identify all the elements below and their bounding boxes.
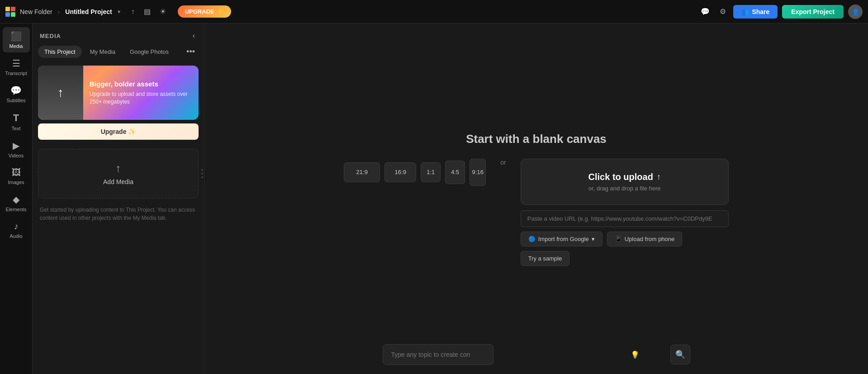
media-panel-title: MEDIA	[40, 33, 61, 39]
dot2	[201, 173, 203, 175]
sidebar-item-media-label: Media	[9, 43, 23, 49]
import-google-chevron-icon: ▾	[592, 236, 595, 242]
upload-arrow-icon: ↑	[57, 85, 64, 100]
upload-box[interactable]: Click to upload ↑ or, drag and drop a fi…	[521, 159, 729, 205]
audio-icon: ♪	[14, 221, 19, 232]
media-divider	[201, 169, 203, 178]
tab-this-project[interactable]: This Project	[38, 46, 82, 58]
sidebar-item-videos-label: Videos	[9, 153, 24, 158]
tab-my-media[interactable]: My Media	[84, 46, 122, 58]
phone-icon: 📱	[615, 236, 622, 242]
try-sample-label: Try a sample	[528, 255, 562, 262]
aspect-1-1-button[interactable]: 1:1	[421, 162, 441, 182]
dot3	[201, 176, 203, 178]
upload-section: Click to upload ↑ or, drag and drop a fi…	[521, 159, 729, 266]
sidebar-item-subtitles[interactable]: 💬 Subtitles	[3, 81, 30, 107]
upgrade-card-image: ↑	[38, 66, 83, 120]
ai-input-bar: 💡 🔍	[383, 344, 690, 365]
aspect-ratios: 21:9 16:9 1:1 4:5 9:16	[344, 159, 486, 186]
upload-phone-button[interactable]: 📱 Upload from phone	[607, 232, 683, 246]
logo-squares	[5, 7, 15, 17]
url-input-row	[521, 210, 729, 227]
upgrade-card: ↑ Bigger, bolder assets Upgrade to uploa…	[38, 66, 199, 120]
transcript-icon: ☰	[12, 58, 20, 69]
logo-sq-red	[11, 7, 15, 11]
tab-google-photos[interactable]: Google Photos	[123, 46, 175, 58]
comments-button[interactable]: ▤	[141, 5, 153, 19]
share-icon: 👥	[741, 8, 749, 15]
media-icon: ⬛	[10, 31, 22, 42]
sidebar-item-elements[interactable]: ◆ Elements	[3, 190, 30, 216]
upload-phone-label: Upload from phone	[625, 236, 675, 242]
upgrade-card-description: Upgrade to upload and store assets over …	[90, 90, 192, 106]
project-name[interactable]: Untitled Project	[65, 8, 112, 15]
subtitles-icon: 💬	[10, 85, 22, 96]
upload-title: Click to upload ↑	[536, 172, 714, 182]
logo	[5, 7, 15, 17]
search-button[interactable]: 🔍	[670, 345, 690, 365]
aspect-21-9-button[interactable]: 21:9	[344, 162, 380, 182]
sidebar-item-transcript[interactable]: ☰ Transcript	[3, 54, 30, 80]
logo-sq-yellow	[5, 7, 10, 11]
ai-input-wrapper: 💡	[383, 344, 666, 365]
media-help-text: Get started by uploading content to This…	[33, 202, 204, 226]
folder-name[interactable]: New Folder	[20, 8, 52, 15]
aspect-4-5-button[interactable]: 4:5	[445, 161, 465, 184]
blank-canvas-title: Start with a blank canvas	[466, 132, 607, 146]
main-layout: ⬛ Media ☰ Transcript 💬 Subtitles T Text …	[0, 24, 868, 374]
upgrade-icon: ⚡	[217, 8, 224, 15]
canvas-center: Start with a blank canvas 21:9 16:9 1:1 …	[333, 123, 740, 275]
upgrade-cta-button[interactable]: Upgrade ✨	[38, 123, 199, 140]
share-link-button[interactable]: ↑	[128, 5, 138, 19]
media-panel: MEDIA ‹ This Project My Media Google Pho…	[33, 24, 204, 374]
import-google-label: Import from Google	[538, 236, 589, 242]
add-media-box[interactable]: ↑ Add Media	[38, 149, 199, 199]
sidebar-item-transcript-label: Transcript	[5, 71, 27, 76]
upgrade-card-title: Bigger, bolder assets	[90, 80, 192, 88]
topbar-right: 💬 ⚙ 👥 Share Export Project 👤	[698, 5, 863, 19]
upload-subtitle: or, drag and drop a file here	[536, 185, 714, 192]
upgrade-button[interactable]: UPGRADE ⚡	[178, 5, 231, 18]
icon-sidebar: ⬛ Media ☰ Transcript 💬 Subtitles T Text …	[0, 24, 33, 374]
text-icon: T	[13, 112, 19, 124]
project-chevron-icon[interactable]: ▾	[118, 9, 120, 15]
export-button[interactable]: Export Project	[782, 5, 844, 19]
sidebar-item-videos[interactable]: ▶ Videos	[3, 137, 30, 162]
import-google-button[interactable]: 🔵 Import from Google ▾	[521, 232, 602, 246]
or-text: or	[500, 159, 506, 166]
aspect-16-9-button[interactable]: 16:9	[384, 162, 416, 182]
sidebar-item-images-label: Images	[8, 180, 24, 185]
sidebar-item-audio[interactable]: ♪ Audio	[3, 218, 30, 242]
sidebar-item-audio-label: Audio	[9, 233, 22, 239]
topbar: New Folder › Untitled Project ▾ ↑ ▤ ☀ UP…	[0, 0, 868, 24]
sidebar-item-media[interactable]: ⬛ Media	[3, 27, 30, 52]
brightness-button[interactable]: ☀	[157, 5, 169, 19]
sidebar-item-text[interactable]: T Text	[3, 109, 30, 135]
upload-text: Click to upload	[588, 172, 653, 182]
import-buttons: 🔵 Import from Google ▾ 📱 Upload from pho…	[521, 232, 729, 266]
ai-input[interactable]	[383, 344, 493, 365]
elements-icon: ◆	[13, 194, 19, 205]
upgrade-card-placeholder: ↑	[38, 66, 83, 120]
ai-lightbulb-icon-button[interactable]: 💡	[631, 350, 640, 359]
canvas-options-row: 21:9 16:9 1:1 4:5 9:16 or Click to uploa…	[344, 159, 728, 266]
sidebar-item-images[interactable]: 🖼 Images	[3, 164, 30, 189]
share-button[interactable]: 👥 Share	[733, 5, 778, 19]
panel-collapse-button[interactable]: ‹	[191, 30, 197, 42]
logo-sq-blue	[5, 12, 10, 17]
aspect-9-16-button[interactable]: 9:16	[470, 159, 486, 186]
url-input[interactable]	[521, 210, 729, 227]
upload-icon: ↑	[657, 172, 661, 182]
images-icon: 🖼	[12, 167, 21, 178]
google-icon: 🔵	[528, 236, 536, 242]
topbar-actions: ↑ ▤ ☀	[128, 5, 169, 19]
videos-icon: ▶	[13, 140, 19, 151]
add-media-label: Add Media	[103, 178, 133, 185]
media-more-button[interactable]: •••	[183, 45, 199, 58]
settings-button[interactable]: ⚙	[717, 5, 729, 19]
media-tabs: This Project My Media Google Photos •••	[33, 45, 204, 62]
avatar[interactable]: 👤	[848, 5, 863, 19]
try-sample-button[interactable]: Try a sample	[521, 251, 570, 266]
upgrade-card-content: Bigger, bolder assets Upgrade to upload …	[83, 66, 199, 120]
comment-icon-button[interactable]: 💬	[698, 5, 712, 19]
